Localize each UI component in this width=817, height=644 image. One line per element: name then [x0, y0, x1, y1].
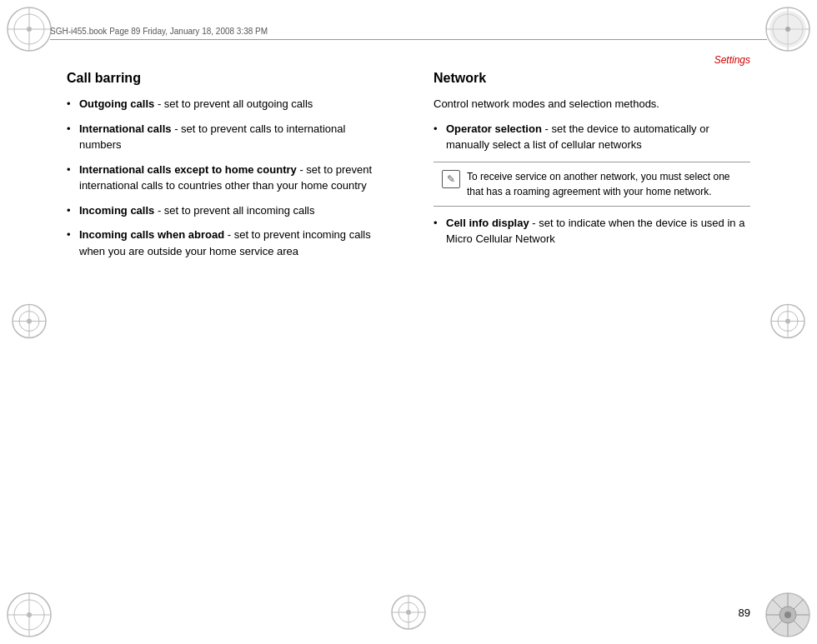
term-outgoing: Outgoing calls: [79, 97, 154, 110]
page-number: 89: [739, 607, 750, 619]
svg-point-15: [27, 612, 32, 617]
list-item: Cell info display - set to indicate when…: [434, 215, 750, 247]
left-column: Call barring Outgoing calls - set to pre…: [67, 71, 392, 594]
content-area: Call barring Outgoing calls - set to pre…: [67, 71, 750, 594]
network-intro: Control network modes and selection meth…: [434, 96, 750, 112]
list-item: International calls - set to prevent cal…: [67, 121, 383, 153]
note-box: ✎ To receive service on another network,…: [434, 162, 750, 207]
network-list-2: Cell info display - set to indicate when…: [434, 215, 750, 247]
left-center-decoration: [8, 300, 50, 344]
desc-outgoing: - set to prevent all outgoing calls: [154, 97, 313, 110]
corner-decoration-tr: [763, 4, 813, 54]
svg-point-27: [406, 610, 411, 615]
term-operator: Operator selection: [446, 122, 542, 135]
corner-decoration-br: [763, 590, 813, 640]
term-incoming-abroad: Incoming calls when abroad: [79, 228, 224, 241]
list-item: International calls except to home count…: [67, 162, 383, 194]
svg-point-37: [785, 318, 790, 323]
right-center-decoration: [767, 300, 809, 344]
list-item: Outgoing calls - set to prevent all outg…: [67, 96, 383, 112]
corner-decoration-tl: [4, 4, 54, 54]
list-item: Incoming calls - set to prevent all inco…: [67, 202, 383, 219]
svg-point-4: [27, 27, 32, 32]
bottom-center-decoration: [388, 592, 429, 636]
term-intl: International calls: [79, 122, 172, 135]
right-column: Network Control network modes and select…: [425, 71, 750, 594]
right-section-title: Network: [434, 71, 750, 86]
term-incoming: Incoming calls: [79, 204, 154, 217]
svg-point-10: [785, 27, 790, 32]
svg-point-32: [27, 318, 32, 323]
network-list: Operator selection - set the device to a…: [434, 121, 750, 153]
note-text: To receive service on another network, y…: [467, 169, 742, 199]
term-cell-info: Cell info display: [446, 217, 529, 229]
corner-decoration-bl: [4, 590, 54, 640]
header-bar: SGH-i455.book Page 89 Friday, January 18…: [50, 23, 767, 40]
header-text: SGH-i455.book Page 89 Friday, January 18…: [50, 27, 268, 36]
term-intl-home: International calls except to home count…: [79, 163, 297, 176]
left-section-title: Call barring: [67, 71, 383, 86]
note-icon: ✎: [442, 170, 460, 188]
desc-incoming: - set to prevent all incoming calls: [154, 204, 314, 217]
list-item: Operator selection - set the device to a…: [434, 121, 750, 153]
svg-point-22: [784, 612, 791, 618]
settings-label: Settings: [714, 54, 750, 66]
call-barring-list: Outgoing calls - set to prevent all outg…: [67, 96, 383, 259]
list-item: Incoming calls when abroad - set to prev…: [67, 227, 383, 259]
